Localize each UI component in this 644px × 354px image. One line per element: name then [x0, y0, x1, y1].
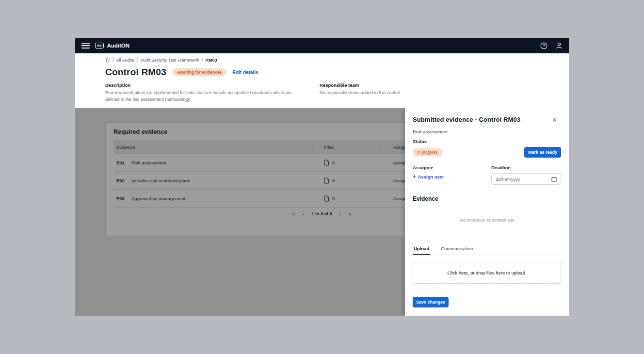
responsible-team-block: Responsible team No responsible team add…: [320, 82, 400, 103]
control-status-badge: Awaiting for evidences: [173, 68, 226, 76]
home-icon[interactable]: [105, 58, 110, 63]
deadline-label: Deadline: [491, 165, 561, 170]
deadline-input[interactable]: dd/mm/yyyy: [491, 173, 561, 185]
breadcrumb: / All Audits / Audit Security Test Frame…: [105, 58, 569, 63]
status-badge: In progress: [413, 148, 442, 156]
hamburger-menu-icon[interactable]: [81, 43, 90, 48]
page-header: / All Audits / Audit Security Test Frame…: [75, 53, 569, 108]
panel-title: Submitted evidence - Control RM03: [413, 116, 520, 123]
app-window: mx AuditON ?: [75, 38, 569, 316]
page-title: Control RM03: [105, 67, 166, 78]
navbar-actions: ?: [540, 42, 563, 49]
app-name: AuditON: [107, 43, 129, 48]
tab-communication[interactable]: Communication: [440, 246, 474, 255]
tab-upload[interactable]: Upload: [413, 246, 430, 255]
submitted-evidence-panel: Submitted evidence - Control RM03 ✕ Risk…: [405, 108, 569, 316]
deadline-placeholder: dd/mm/yyyy: [496, 177, 520, 182]
assignee-label: Assignee: [413, 165, 491, 170]
empty-evidence-note: No evidence submitted yet: [413, 217, 561, 223]
assign-user-link[interactable]: + Assign user: [413, 174, 491, 179]
header-meta: Description Risk treatment plans are imp…: [105, 82, 569, 103]
calendar-icon[interactable]: [551, 177, 557, 182]
status-label: Status: [413, 139, 561, 144]
breadcrumb-separator: /: [137, 58, 138, 63]
breadcrumb-current: RM03: [205, 58, 217, 63]
evidence-heading: Evidence: [413, 195, 561, 202]
description-label: Description: [105, 82, 320, 88]
help-icon[interactable]: ?: [540, 42, 547, 49]
mark-as-ready-button[interactable]: Mark as ready: [524, 147, 561, 158]
save-changes-button[interactable]: Save changes: [413, 297, 449, 307]
breadcrumb-separator: /: [113, 58, 114, 63]
description-text: Risk treatment plans are implemented for…: [105, 90, 303, 103]
brand: mx AuditON: [95, 43, 129, 49]
desktop-backdrop: mx AuditON ?: [0, 0, 644, 354]
assign-user-label: Assign user: [418, 174, 444, 179]
breadcrumb-separator: /: [202, 58, 203, 63]
close-icon[interactable]: ✕: [550, 116, 559, 124]
user-profile-icon[interactable]: [555, 42, 563, 49]
panel-subtitle: Risk assessment: [413, 129, 561, 134]
top-navbar: mx AuditON ?: [75, 38, 569, 53]
panel-tabs: Upload Communication: [413, 245, 561, 255]
breadcrumb-all-audits[interactable]: All Audits: [116, 58, 134, 63]
file-dropzone[interactable]: Click here, or drop files here to upload…: [413, 262, 561, 284]
plus-icon: +: [413, 174, 416, 179]
edit-details-link[interactable]: Edit details: [232, 70, 258, 75]
description-block: Description Risk treatment plans are imp…: [105, 82, 320, 103]
svg-text:?: ?: [543, 43, 545, 48]
brand-logo-icon: mx: [95, 43, 104, 49]
responsible-team-text: No responsible team added to this contro…: [320, 90, 400, 97]
title-row: Control RM03 Awaiting for evidences Edit…: [105, 67, 569, 78]
breadcrumb-framework[interactable]: Audit Security Test Framework: [140, 58, 199, 63]
content-region: Required evidence Evidence ↕ Files ↕ Ass…: [75, 108, 569, 316]
responsible-team-label: Responsible team: [320, 82, 400, 88]
dropzone-text: Click here, or drop files here to upload…: [447, 270, 526, 275]
